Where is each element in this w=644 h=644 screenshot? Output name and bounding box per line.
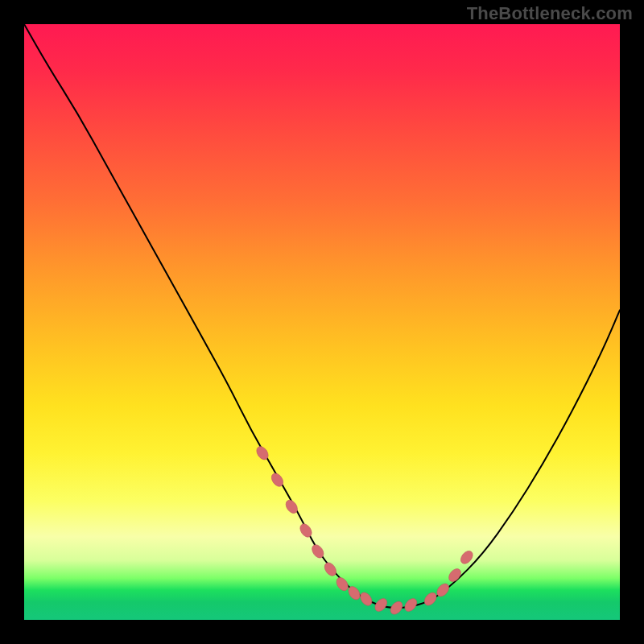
chart-svg (24, 24, 620, 620)
highlight-marker (334, 576, 350, 593)
plot-area (24, 24, 620, 620)
highlight-marker (358, 590, 374, 608)
highlight-marker (422, 590, 439, 608)
marker-group (254, 444, 475, 617)
highlight-marker (298, 522, 314, 539)
highlight-marker (373, 597, 390, 614)
highlight-marker (322, 560, 338, 578)
chart-frame: TheBottleneck.com (0, 0, 644, 644)
highlight-marker (447, 567, 464, 584)
curve-line (24, 24, 620, 608)
watermark-text: TheBottleneck.com (467, 3, 633, 24)
